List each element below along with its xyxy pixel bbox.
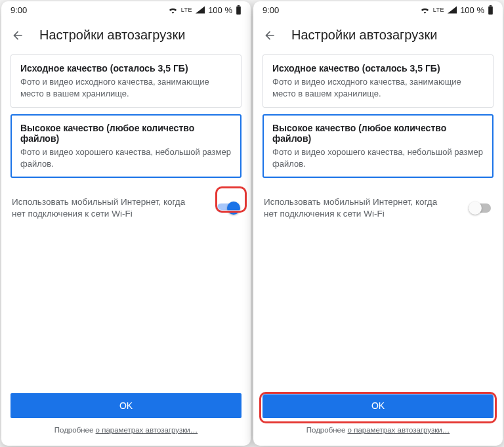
option-subtitle: Фото и видео исходного качества, занимаю… (272, 76, 484, 99)
back-button[interactable] (10, 28, 25, 43)
phone-screen-left: 9:00 LTE 100 % Настройки автозагрузки Ис… (1, 1, 251, 446)
clock: 9:00 (262, 5, 279, 15)
content: Исходное качество (осталось 3,5 ГБ) Фото… (1, 54, 251, 387)
option-title: Высокое качество (любое количество файло… (20, 123, 232, 144)
battery-percent: 100 % (208, 5, 232, 15)
toggle-label: Использовать мобильный Интернет, когда н… (264, 196, 441, 220)
statusbar: 9:00 LTE 100 % (253, 1, 503, 18)
svg-rect-3 (490, 5, 492, 7)
wifi-icon (420, 6, 430, 14)
appbar: Настройки автозагрузки (253, 18, 503, 54)
wifi-icon (168, 6, 178, 14)
phone-screen-right: 9:00 LTE 100 % Настройки автозагрузки Ис… (253, 1, 503, 446)
mobile-data-switch[interactable] (469, 202, 492, 215)
quality-option-original[interactable]: Исходное качество (осталось 3,5 ГБ) Фото… (10, 54, 242, 108)
svg-rect-0 (236, 6, 241, 14)
toggle-label: Использовать мобильный Интернет, когда н… (12, 196, 189, 220)
appbar: Настройки автозагрузки (1, 18, 251, 54)
lte-icon: LTE (181, 7, 192, 12)
signal-icon (448, 6, 457, 14)
bottom-bar: OK Подробнее о параметрах автозагрузки… (253, 387, 503, 446)
lte-icon: LTE (433, 7, 444, 12)
quality-option-original[interactable]: Исходное качество (осталось 3,5 ГБ) Фото… (262, 54, 494, 108)
option-subtitle: Фото и видео хорошего качества, небольшо… (20, 146, 232, 169)
mobile-data-toggle-row: Использовать мобильный Интернет, когда н… (10, 184, 242, 223)
status-icons: LTE 100 % (168, 5, 242, 15)
ok-button[interactable]: OK (10, 393, 242, 418)
svg-rect-1 (238, 5, 240, 7)
page-title: Настройки автозагрузки (291, 28, 437, 43)
option-title: Исходное качество (осталось 3,5 ГБ) (20, 63, 232, 74)
option-title: Исходное качество (осталось 3,5 ГБ) (272, 63, 484, 74)
content: Исходное качество (осталось 3,5 ГБ) Фото… (253, 54, 503, 387)
back-button[interactable] (262, 28, 277, 43)
ok-button[interactable]: OK (262, 393, 494, 418)
statusbar: 9:00 LTE 100 % (1, 1, 251, 18)
bottom-bar: OK Подробнее о параметрах автозагрузки… (1, 387, 251, 446)
option-title: Высокое качество (любое количество файло… (272, 123, 484, 144)
learn-more-link[interactable]: о параметрах автозагрузки… (348, 426, 450, 434)
quality-option-high[interactable]: Высокое качество (любое количество файло… (10, 114, 242, 178)
option-subtitle: Фото и видео хорошего качества, небольшо… (272, 146, 484, 169)
option-subtitle: Фото и видео исходного качества, занимаю… (20, 76, 232, 99)
page-title: Настройки автозагрузки (39, 28, 185, 43)
battery-percent: 100 % (460, 5, 484, 15)
learn-more: Подробнее о параметрах автозагрузки… (10, 418, 242, 436)
status-icons: LTE 100 % (420, 5, 494, 15)
clock: 9:00 (10, 5, 27, 15)
quality-option-high[interactable]: Высокое качество (любое количество файло… (262, 114, 494, 178)
learn-more: Подробнее о параметрах автозагрузки… (262, 418, 494, 436)
learn-more-link[interactable]: о параметрах автозагрузки… (96, 426, 198, 434)
svg-rect-2 (488, 6, 493, 14)
battery-icon (488, 5, 494, 15)
mobile-data-toggle-row: Использовать мобильный Интернет, когда н… (262, 184, 494, 223)
mobile-data-switch[interactable] (217, 202, 240, 215)
signal-icon (196, 6, 205, 14)
battery-icon (236, 5, 242, 15)
